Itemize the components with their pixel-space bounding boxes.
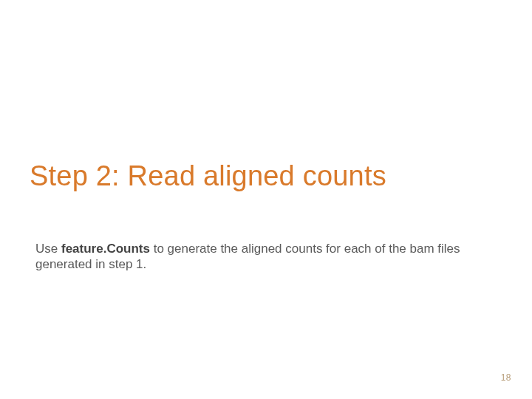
slide-body: Use feature.Counts to generate the align… (35, 241, 495, 273)
page-number: 18 (501, 372, 511, 383)
body-text-bold: feature.Counts (61, 242, 150, 256)
slide-title: Step 2: Read aligned counts (30, 161, 386, 192)
slide: Step 2: Read aligned counts Use feature.… (0, 0, 532, 399)
body-text-pre: Use (35, 242, 61, 256)
